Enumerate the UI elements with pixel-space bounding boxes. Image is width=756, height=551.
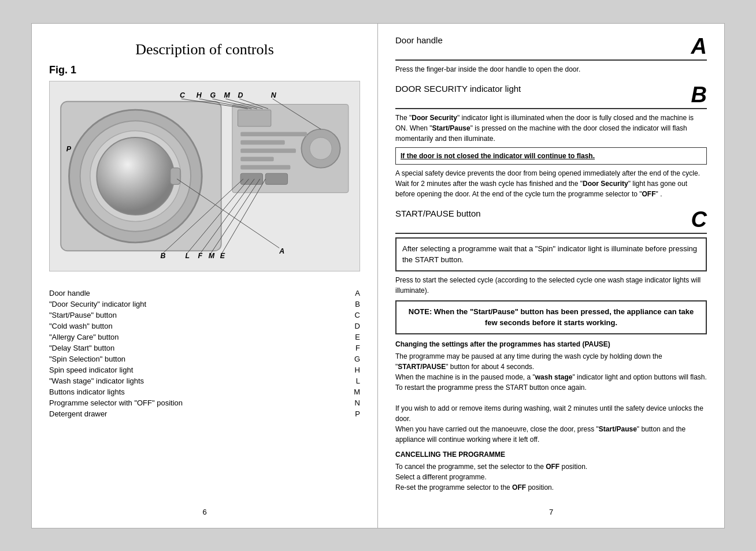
svg-rect-13 <box>240 157 273 161</box>
list-item: "Start/Pause" buttonC <box>49 310 360 321</box>
cancel-subsection-title: CANCELLING THE PROGRAMME <box>395 449 707 460</box>
list-item: "Allergy Care" buttonE <box>49 332 360 342</box>
item-label: Door handle <box>49 289 343 297</box>
item-label: "Wash stage" indicator lights <box>49 377 343 385</box>
item-label: Buttons indicator lights <box>49 388 343 396</box>
door-security-body: The "Door Security" indicator light is i… <box>395 113 707 199</box>
diagram-area: C H G M D N P B L F M E <box>49 81 360 271</box>
list-item: "Wash stage" indicator lightsL <box>49 375 360 386</box>
list-item: "Spin Selection" buttonG <box>49 353 360 364</box>
start-pause-title: START/PAUSE button <box>395 209 481 218</box>
door-handle-letter: A <box>691 35 707 57</box>
svg-rect-14 <box>240 165 290 169</box>
list-item: Door handleA <box>49 288 360 299</box>
item-letter: E <box>343 333 360 341</box>
item-label: "Cold wash" button <box>49 322 343 330</box>
item-letter: F <box>343 344 360 352</box>
controls-list: Door handleA"Door Security" indicator li… <box>49 288 360 499</box>
page-number-left: 6 <box>49 508 360 516</box>
item-letter: B <box>343 300 360 308</box>
list-item: Buttons indicator lightsM <box>49 386 360 397</box>
door-handle-title: Door handle <box>395 35 443 45</box>
svg-rect-11 <box>240 140 285 144</box>
svg-text:D: D <box>238 91 243 99</box>
item-label: Programme selector with "OFF" position <box>49 399 343 407</box>
svg-point-4 <box>97 137 174 215</box>
svg-rect-12 <box>240 148 296 153</box>
svg-text:M: M <box>224 91 231 99</box>
section-header-door-handle: Door handle A <box>395 35 707 61</box>
section-header-start-pause: START/PAUSE button C <box>395 209 707 234</box>
right-panel: Door handle A Press the finger-bar insid… <box>378 24 724 528</box>
svg-rect-7 <box>238 110 270 126</box>
item-letter: D <box>343 322 360 330</box>
door-security-warning: If the door is not closed the indicator … <box>395 147 707 165</box>
section-start-pause: START/PAUSE button C After selecting a p… <box>395 209 707 493</box>
pause-subsection-title: Changing the settings after the programm… <box>395 339 707 349</box>
start-pause-highlight: After selecting a programme wait that a … <box>395 237 707 271</box>
svg-text:H: H <box>197 91 202 99</box>
svg-rect-5 <box>171 167 180 184</box>
item-letter: N <box>343 399 360 407</box>
section-header-door-security: DOOR SECURITY indicator light B <box>395 84 707 109</box>
item-letter: C <box>343 311 360 319</box>
svg-text:M: M <box>209 251 215 259</box>
list-item: Spin speed indicator lightH <box>49 364 360 375</box>
item-label: "Start/Pause" button <box>49 311 343 319</box>
start-pause-letter: C <box>691 209 707 230</box>
door-handle-body: Press the finger-bar inside the door han… <box>395 64 707 75</box>
item-label: "Delay Start" button <box>49 344 343 352</box>
door-security-letter: B <box>691 84 707 106</box>
list-item: "Cold wash" buttonD <box>49 321 360 332</box>
list-item: Programme selector with "OFF" positionN <box>49 397 360 408</box>
machine-diagram: C H G M D N P B L F M E <box>50 81 360 271</box>
list-item: "Door Security" indicator lightB <box>49 299 360 310</box>
item-label: "Allergy Care" button <box>49 333 343 341</box>
svg-rect-16 <box>265 173 287 184</box>
left-panel: Description of controls Fig. 1 <box>32 24 378 528</box>
svg-text:E: E <box>220 251 225 259</box>
item-letter: H <box>343 366 360 374</box>
start-pause-note: NOTE: When the "Start/Pause" button has … <box>395 300 707 334</box>
svg-text:F: F <box>198 251 203 259</box>
item-label: "Spin Selection" button <box>49 355 343 363</box>
section-door-security: DOOR SECURITY indicator light B The "Doo… <box>395 84 707 199</box>
list-item: Detergent drawerP <box>49 408 360 419</box>
svg-text:P: P <box>66 144 72 152</box>
svg-text:G: G <box>210 91 216 99</box>
svg-text:N: N <box>271 91 277 99</box>
item-letter: P <box>343 409 360 418</box>
item-label: "Door Security" indicator light <box>49 300 343 308</box>
start-pause-body: After selecting a programme wait that a … <box>395 237 707 493</box>
item-letter: G <box>343 355 360 363</box>
section-door-handle: Door handle A Press the finger-bar insid… <box>395 35 707 75</box>
list-item: "Delay Start" buttonF <box>49 342 360 353</box>
item-letter: A <box>343 289 360 297</box>
item-letter: M <box>343 388 360 396</box>
page-number-right: 7 <box>395 502 707 516</box>
item-letter: L <box>343 377 360 385</box>
door-security-title: DOOR SECURITY indicator light <box>395 84 521 94</box>
fig-label: Fig. 1 <box>49 64 360 76</box>
svg-text:A: A <box>279 247 284 255</box>
svg-point-9 <box>310 137 332 159</box>
item-label: Detergent drawer <box>49 409 343 418</box>
svg-text:C: C <box>180 91 186 99</box>
item-label: Spin speed indicator light <box>49 366 343 374</box>
svg-rect-10 <box>240 132 307 136</box>
page-title: Description of controls <box>49 41 360 58</box>
